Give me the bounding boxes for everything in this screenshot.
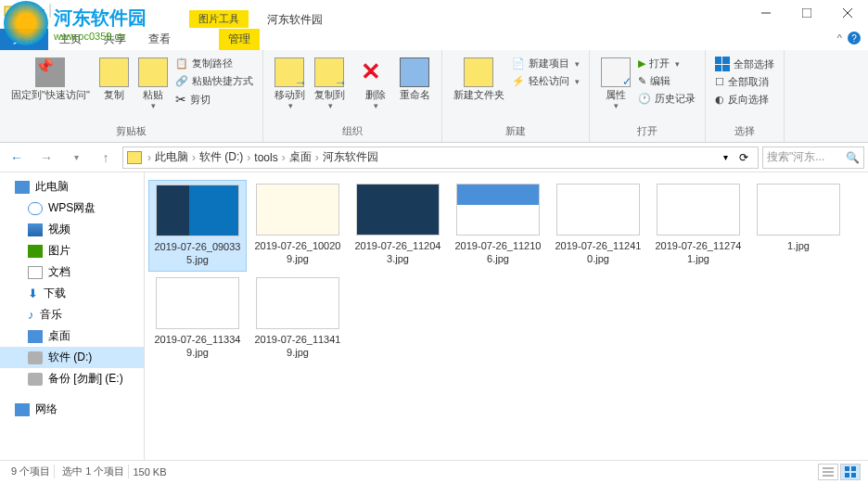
close-button[interactable] [827, 0, 868, 26]
edit-button[interactable]: ✎编辑 [636, 73, 697, 89]
tab-home[interactable]: 主页 [48, 29, 93, 50]
ribbon-group-select: 全部选择 ☐全部取消 ◐反向选择 选择 [706, 50, 785, 142]
tab-file[interactable]: 文件 [0, 29, 48, 50]
file-view[interactable]: 2019-07-26_090335.jpg2019-07-26_100209.j… [145, 172, 868, 460]
file-item[interactable]: 2019-07-26_113419.jpg [249, 274, 347, 363]
file-item[interactable]: 2019-07-26_100209.jpg [249, 180, 347, 272]
desktop-icon [28, 330, 43, 343]
help-icon[interactable]: ? [848, 32, 861, 45]
paste-button[interactable]: 粘贴 ▾ [134, 56, 172, 112]
ribbon-tabs: 文件 主页 共享 查看 管理 ^ ? [0, 28, 868, 50]
file-item[interactable]: 2019-07-26_112043.jpg [349, 180, 447, 272]
path-icon: 📋 [175, 57, 188, 70]
tab-view[interactable]: 查看 [137, 29, 182, 50]
ribbon-group-organize: 移动到 ▾ 复制到 ▾ ✕ 删除 ▾ 重命名 组织 [263, 50, 442, 142]
invert-selection-button[interactable]: ◐反向选择 [713, 92, 776, 108]
copy-to-button[interactable]: 复制到 ▾ [311, 56, 349, 112]
recent-locations-button[interactable]: ▾ [63, 146, 89, 169]
folder-icon [127, 151, 142, 164]
copy-button[interactable]: 复制 [96, 56, 133, 103]
music-icon: ♪ [28, 308, 34, 322]
ribbon-group-clipboard: 📌 固定到"快速访问" 复制 粘贴 ▾ 📋复制路径 🔗粘贴快捷方式 ✂剪切 剪贴… [0, 50, 263, 142]
file-item[interactable]: 2019-07-26_113349.jpg [148, 274, 247, 363]
nav-videos[interactable]: 视频 [0, 219, 144, 240]
status-item-count: 9 个项目 [7, 465, 55, 478]
rename-icon [400, 57, 429, 87]
svg-rect-9 [845, 466, 849, 471]
nav-this-pc[interactable]: 此电脑 [0, 176, 144, 197]
status-size: 150 KB [133, 466, 166, 478]
file-item[interactable]: 2019-07-26_112106.jpg [449, 180, 547, 272]
rename-button[interactable]: 重命名 [396, 56, 434, 103]
thumbnail [156, 277, 239, 329]
file-item[interactable]: 2019-07-26_090335.jpg [148, 180, 247, 272]
breadcrumb[interactable]: 软件 (D:) [198, 149, 245, 165]
ribbon-collapse-icon[interactable]: ^ [837, 32, 842, 44]
copy-icon [99, 57, 129, 87]
details-view-button[interactable] [818, 464, 838, 480]
dropdown-icon[interactable]: ▾ [718, 152, 734, 162]
breadcrumb[interactable]: 桌面 [287, 149, 313, 165]
move-to-button[interactable]: 移动到 ▾ [271, 56, 309, 112]
chevron-down-icon: ▾ [288, 101, 293, 110]
nav-documents[interactable]: 文档 [0, 261, 144, 283]
pin-to-quick-access-button[interactable]: 📌 固定到"快速访问" [7, 56, 94, 103]
select-none-button[interactable]: ☐全部取消 [713, 74, 776, 90]
pc-icon [15, 181, 30, 194]
breadcrumb[interactable]: 此电脑 [153, 149, 190, 165]
nav-drive-d[interactable]: 软件 (D:) [0, 347, 144, 368]
history-button[interactable]: 🕐历史记录 [636, 91, 697, 107]
cut-button[interactable]: ✂剪切 [173, 91, 255, 108]
minimize-button[interactable] [746, 0, 786, 26]
chevron-down-icon: ▾ [614, 101, 619, 110]
select-all-button[interactable]: 全部选择 [713, 56, 776, 72]
delete-button[interactable]: ✕ 删除 ▾ [357, 56, 394, 112]
file-item[interactable]: 2019-07-26_112410.jpg [549, 180, 647, 272]
invert-selection-icon: ◐ [715, 94, 724, 106]
new-item-button[interactable]: 📄新建项目▾ [510, 56, 581, 71]
back-button[interactable]: ← [4, 146, 30, 169]
new-folder-button[interactable]: 新建文件夹 [450, 56, 508, 103]
easy-access-button[interactable]: ⚡轻松访问▾ [510, 73, 581, 89]
breadcrumb[interactable]: 河东软件园 [321, 149, 380, 165]
group-label-clipboard: 剪贴板 [7, 122, 255, 140]
properties-icon [601, 57, 631, 87]
thumbnail [757, 184, 840, 236]
forward-button[interactable]: → [33, 146, 59, 169]
nav-music[interactable]: ♪音乐 [0, 304, 144, 325]
tab-manage[interactable]: 管理 [219, 29, 260, 50]
refresh-icon[interactable]: ⟳ [734, 151, 754, 164]
group-label-organize: 组织 [271, 122, 434, 140]
file-item[interactable]: 1.jpg [749, 180, 848, 272]
history-icon: 🕐 [638, 93, 651, 105]
thumbnail [256, 184, 339, 236]
copy-path-button[interactable]: 📋复制路径 [173, 56, 255, 71]
thumbnail [556, 184, 640, 236]
open-icon: ▶ [638, 57, 645, 70]
file-item[interactable]: 2019-07-26_112741.jpg [649, 180, 747, 272]
qat-dropdown-icon[interactable]: ▾ [41, 6, 45, 15]
breadcrumb[interactable]: tools [252, 151, 279, 164]
nav-network[interactable]: 网络 [0, 399, 144, 420]
group-label-select: 选择 [713, 122, 776, 140]
folder-icon[interactable] [4, 3, 19, 18]
paste-shortcut-button[interactable]: 🔗粘贴快捷方式 [173, 73, 255, 89]
tab-share[interactable]: 共享 [93, 29, 137, 50]
nav-downloads[interactable]: ⬇下载 [0, 283, 144, 304]
quick-access-toolbar: ▾ | [0, 0, 56, 20]
nav-wps[interactable]: WPS网盘 [0, 197, 144, 219]
address-bar[interactable]: › 此电脑 › 软件 (D:) › tools › 桌面 › 河东软件园 ▾ ⟳ [122, 146, 759, 169]
thumbnails-view-button[interactable] [840, 464, 861, 480]
search-input[interactable]: 搜索"河东... 🔍 [762, 146, 864, 169]
nav-desktop[interactable]: 桌面 [0, 325, 144, 347]
nav-drive-e[interactable]: 备份 [勿删] (E:) [0, 368, 144, 389]
up-button[interactable]: ↑ [93, 146, 119, 169]
maximize-button[interactable] [786, 0, 827, 26]
open-button[interactable]: ▶打开▾ [636, 56, 697, 71]
documents-icon [28, 266, 43, 279]
thumbnail [456, 184, 540, 236]
nav-pictures[interactable]: 图片 [0, 240, 144, 261]
properties-icon[interactable] [22, 3, 37, 18]
properties-button[interactable]: 属性 ▾ [597, 56, 634, 112]
svg-rect-0 [5, 6, 18, 16]
